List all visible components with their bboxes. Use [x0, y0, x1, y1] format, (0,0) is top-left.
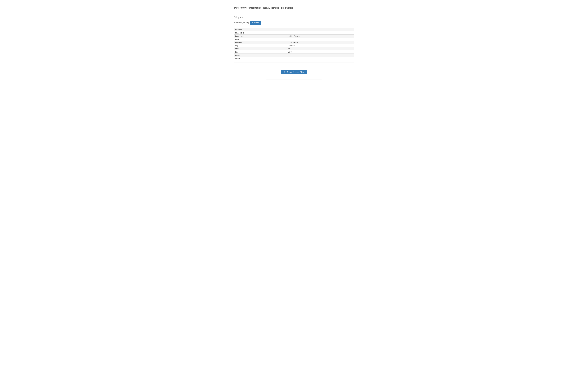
row-label: Country	[234, 54, 287, 57]
row-value: 12345	[287, 50, 354, 54]
row-label: Address	[234, 41, 287, 44]
table-row: Legal NameHoliday Trucking	[234, 34, 354, 38]
row-label: State MC ID	[234, 32, 287, 34]
table-row: State MC ID	[234, 32, 354, 34]
row-value	[287, 57, 354, 60]
table-row: CityDecember	[234, 44, 354, 47]
row-value: Holiday Trucking	[287, 34, 354, 38]
row-label: Insurer #	[234, 28, 287, 32]
section-title: Motor Carrier Information - Non-Electron…	[234, 7, 354, 10]
row-label: State	[234, 47, 287, 50]
table-row: Country	[234, 54, 354, 57]
row-value	[287, 54, 354, 57]
state-name-heading: Virginia	[234, 16, 354, 19]
download-row: Download your filing: Form E	[234, 21, 354, 25]
row-value: AK	[287, 47, 354, 50]
carrier-info-tbody: Insurer #State MC IDLegal NameHoliday Tr…	[234, 28, 354, 60]
row-label: Zip	[234, 50, 287, 54]
table-row: DBA	[234, 38, 354, 41]
row-value	[287, 38, 354, 41]
row-label: City	[234, 44, 287, 47]
row-label: Legal Name	[234, 34, 287, 38]
plus-icon	[284, 71, 285, 73]
table-row: Address123 Winter St	[234, 41, 354, 44]
download-label: Download your filing:	[234, 22, 250, 24]
create-another-filing-button[interactable]: Create Another Filing	[281, 70, 307, 74]
download-icon	[252, 22, 253, 24]
table-row: Zip12345	[234, 50, 354, 54]
row-value	[287, 28, 354, 32]
row-value: December	[287, 44, 354, 47]
carrier-info-table: Insurer #State MC IDLegal NameHoliday Tr…	[234, 28, 354, 60]
row-label: Notes	[234, 57, 287, 60]
download-form-e-button[interactable]: Form E	[250, 21, 261, 25]
table-row: Notes	[234, 57, 354, 60]
row-value: 123 Winter St	[287, 41, 354, 44]
create-another-row: Create Another Filing	[234, 70, 354, 74]
row-label: DBA	[234, 38, 287, 41]
create-another-label: Create Another Filing	[287, 71, 304, 73]
download-form-label: Form E	[254, 22, 260, 24]
section-bottom-divider	[234, 63, 354, 63]
table-row: Insurer #	[234, 28, 354, 32]
row-value	[287, 32, 354, 34]
table-row: StateAK	[234, 47, 354, 50]
